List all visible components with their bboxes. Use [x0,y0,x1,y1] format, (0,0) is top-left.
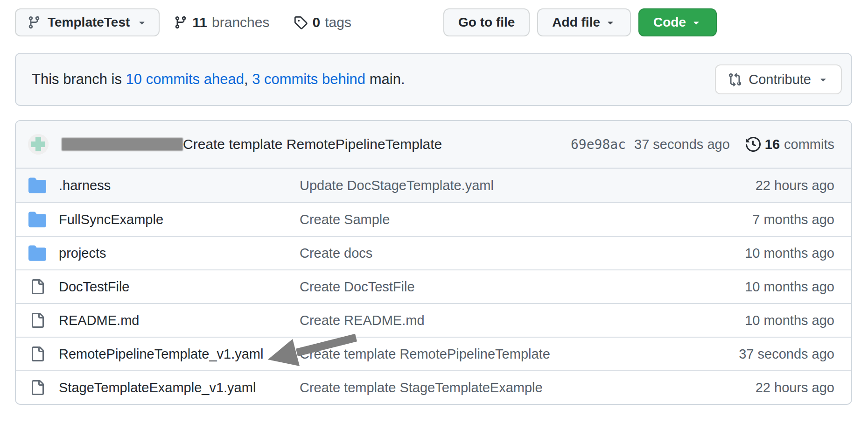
add-file-button[interactable]: Add file [537,8,631,36]
commit-message-link[interactable]: Create README.md [300,313,735,328]
branches-stat-link[interactable]: 11 branches [174,14,269,30]
commit-age: 22 hours ago [756,178,834,193]
table-row: FullSyncExample Create Sample 7 months a… [16,202,851,236]
folder-icon [28,211,47,228]
go-to-file-button[interactable]: Go to file [443,8,530,36]
file-icon [28,346,47,361]
file-name-link[interactable]: .harness [59,178,300,193]
file-icon [28,380,47,395]
contribute-label: Contribute [749,72,811,87]
file-name-link[interactable]: RemotePipelineTemplate_v1.yaml [59,346,300,362]
commit-age: 7 months ago [752,212,834,227]
commits-count-label: commits [784,137,834,152]
commits-behind-link[interactable]: 3 commits behind [252,71,365,88]
history-clock-icon [746,137,761,152]
repo-stats: 11 branches 0 tags [174,14,351,30]
commit-message-link[interactable]: Create template StageTemplateExample [300,380,746,396]
chevron-down-icon [691,17,702,28]
tags-stat-link[interactable]: 0 tags [294,14,351,30]
commit-time: 37 seconds ago [634,137,730,152]
file-name-link[interactable]: FullSyncExample [59,212,300,227]
banner-text-suffix: main. [365,71,405,88]
table-row: README.md Create README.md 10 months ago [16,303,851,337]
commit-age: 37 seconds ago [739,346,834,362]
commit-message-link[interactable]: Create docs [300,246,735,261]
commit-message-link[interactable]: Create template RemotePipelineTemplate [300,346,729,362]
latest-commit-message-link[interactable]: Create template RemotePipelineTemplate [183,136,442,152]
commit-age: 22 hours ago [756,380,834,396]
file-icon [28,313,47,328]
commit-age: 10 months ago [745,313,834,328]
git-branch-icon [27,15,41,29]
latest-commit-meta: 69e98ac 37 seconds ago 16 commits [571,137,834,152]
banner-text-prefix: This branch is [32,71,126,88]
commit-age: 10 months ago [745,246,834,261]
code-button[interactable]: Code [638,8,717,36]
file-name-link[interactable]: DocTestFile [59,279,300,295]
file-rows: .harness Update DocStageTemplate.yaml 22… [16,169,851,404]
contribute-button[interactable]: Contribute [715,64,842,94]
code-label: Code [653,15,686,30]
tags-count: 0 [312,14,320,30]
file-name-link[interactable]: projects [59,246,300,261]
file-name-link[interactable]: StageTemplateExample_v1.yaml [59,380,300,396]
file-browser-table: Create template RemotePipelineTemplate 6… [15,120,852,405]
tag-icon [294,15,308,29]
commits-ahead-link[interactable]: 10 commits ahead [126,71,244,88]
branch-status-banner: This branch is 10 commits ahead, 3 commi… [15,53,852,106]
avatar[interactable] [28,134,49,155]
commit-history-link[interactable]: 16 commits [746,137,834,152]
chevron-down-icon [605,17,616,28]
latest-commit-header: Create template RemotePipelineTemplate 6… [16,121,851,169]
file-name-link[interactable]: README.md [59,313,300,328]
branches-label: branches [212,14,269,30]
avatar-plus-glyph [28,134,49,155]
chevron-down-icon [818,74,829,85]
commits-count: 16 [765,137,780,152]
table-row: StageTemplateExample_v1.yaml Create temp… [16,370,851,404]
commit-age: 10 months ago [745,279,834,295]
git-branch-icon [174,15,188,29]
table-row: .harness Update DocStageTemplate.yaml 22… [16,169,851,202]
current-branch-label: TemplateTest [48,15,130,30]
folder-icon [28,177,47,194]
table-row: projects Create docs 10 months ago [16,236,851,269]
add-file-label: Add file [552,15,600,30]
commit-message-link[interactable]: Update DocStageTemplate.yaml [300,178,746,193]
branch-selector-button[interactable]: TemplateTest [15,8,160,36]
chevron-down-icon [136,17,147,28]
git-compare-icon [728,72,742,86]
branches-count: 11 [192,14,207,30]
table-row: RemotePipelineTemplate_v1.yaml Create te… [16,337,851,370]
table-row: DocTestFile Create DocTestFile 10 months… [16,269,851,303]
tags-label: tags [325,14,351,30]
redacted-author-name [62,138,183,151]
commit-message-link[interactable]: Create Sample [300,212,743,227]
commit-message-link[interactable]: Create DocTestFile [300,279,735,295]
toolbar-actions: Go to file Add file Code [443,8,717,36]
folder-icon [28,244,47,262]
banner-text-separator: , [244,71,252,88]
repo-toolbar: TemplateTest 11 branches 0 tags Go to fi… [15,8,717,36]
file-icon [28,279,47,294]
commit-sha-link[interactable]: 69e98ac [571,137,626,152]
